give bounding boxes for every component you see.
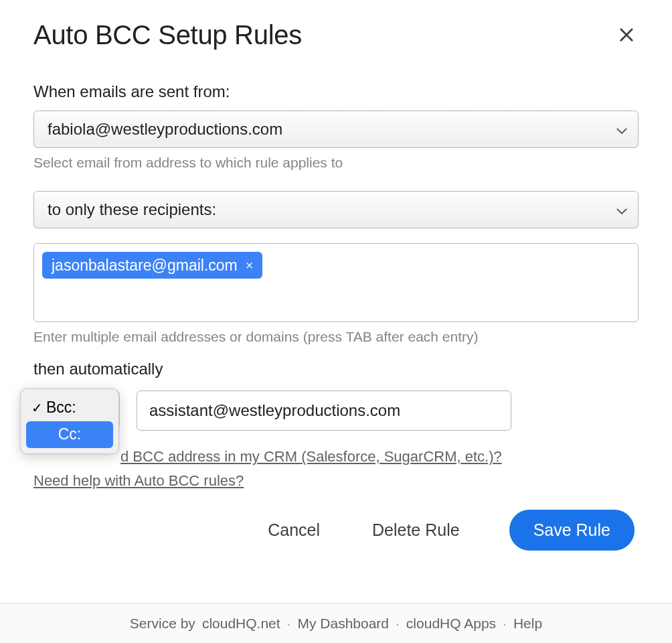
dropdown-option-bcc[interactable]: ✓ Bcc: <box>26 395 113 421</box>
footer: Service by cloudHQ.net · My Dashboard · … <box>0 603 672 643</box>
footer-separator: · <box>396 616 400 632</box>
from-select-wrap: fabiola@westleyproductions.com <box>33 111 639 148</box>
dialog-buttons: Cancel Delete Rule Save Rule <box>33 510 639 551</box>
save-rule-button[interactable]: Save Rule <box>509 510 635 551</box>
recipients-scope-select[interactable]: to only these recipients: <box>33 191 639 228</box>
footer-dashboard-link[interactable]: My Dashboard <box>297 616 389 632</box>
help-link-crm[interactable]: d BCC address in my CRM (Salesforce, Sug… <box>33 448 639 466</box>
bcc-cc-select-wrap: ✓ Bcc: Cc: <box>33 391 118 431</box>
close-button[interactable] <box>614 23 639 49</box>
dropdown-option-cc[interactable]: Cc: <box>26 421 113 448</box>
from-select-value: fabiola@westleyproductions.com <box>48 120 282 139</box>
action-row: ✓ Bcc: Cc: <box>33 390 639 431</box>
chevron-down-icon <box>616 120 627 139</box>
dialog-header: Auto BCC Setup Rules <box>33 20 639 50</box>
recipients-scope-wrap: to only these recipients: <box>33 191 639 228</box>
close-icon <box>617 25 636 44</box>
recipients-scope-value: to only these recipients: <box>48 200 216 219</box>
from-label: When emails are sent from: <box>33 82 639 101</box>
from-select[interactable]: fabiola@westleyproductions.com <box>33 111 639 148</box>
option-label: Cc: <box>58 425 82 443</box>
chip-remove-button[interactable]: × <box>244 258 255 273</box>
recipients-hint: Enter multiple email addresses or domain… <box>33 329 639 345</box>
option-label: Bcc: <box>46 399 76 417</box>
dialog-title: Auto BCC Setup Rules <box>33 20 302 50</box>
help-link-rules[interactable]: Need help with Auto BCC rules? <box>33 472 639 490</box>
recipient-chip: jasonbalastare@gmail.com × <box>42 252 262 279</box>
chip-label: jasonbalastare@gmail.com <box>52 257 238 275</box>
from-hint: Select email from address to which rule … <box>33 155 639 171</box>
footer-service-prefix: Service by <box>130 616 195 632</box>
auto-bcc-dialog: Auto BCC Setup Rules When emails are sen… <box>0 0 672 551</box>
bcc-cc-dropdown: ✓ Bcc: Cc: <box>20 388 119 454</box>
check-icon: ✓ <box>31 400 46 416</box>
footer-help-link[interactable]: Help <box>513 616 542 632</box>
then-label: then automatically <box>33 360 639 378</box>
footer-separator: · <box>287 616 291 632</box>
help-links: d BCC address in my CRM (Salesforce, Sug… <box>33 448 639 490</box>
recipients-input[interactable]: jasonbalastare@gmail.com × <box>33 243 639 322</box>
chevron-down-icon <box>616 200 627 219</box>
footer-apps-link[interactable]: cloudHQ Apps <box>406 616 496 632</box>
cancel-button[interactable]: Cancel <box>265 515 323 545</box>
footer-service-link[interactable]: cloudHQ.net <box>202 616 280 632</box>
delete-rule-button[interactable]: Delete Rule <box>369 515 463 545</box>
target-email-input[interactable] <box>137 390 511 431</box>
footer-separator: · <box>503 616 507 632</box>
